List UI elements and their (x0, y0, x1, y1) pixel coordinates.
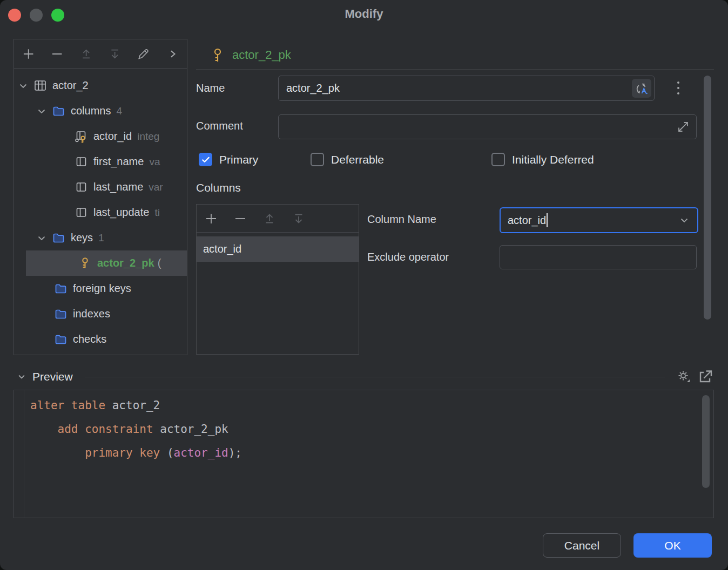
titlebar: Modify (0, 0, 728, 30)
tree-item-count: 4 (116, 105, 122, 117)
sql-line: alter table actor_2 (30, 393, 242, 417)
columns-toolbar (197, 205, 359, 233)
columns-section-label: Columns (196, 181, 241, 194)
checkbox-unchecked-icon (311, 153, 324, 166)
tree-item-label: checks (73, 333, 106, 345)
tree-item-last-name[interactable]: last_name var (14, 174, 187, 200)
tree-item-label: actor_2_pk (97, 257, 154, 269)
key-name-heading: actor_2_pk (232, 48, 291, 62)
window-title: Modify (0, 7, 728, 21)
initially-deferred-checkbox[interactable]: Initially Deferred (491, 153, 594, 166)
more-options-icon[interactable] (672, 79, 685, 97)
column-key-icon (75, 130, 88, 143)
tree-item-label: indexes (73, 308, 110, 320)
tree-item-first-name[interactable]: first_name va (14, 149, 187, 174)
tree-list: actor_2 columns 4 actor_id integ first_n… (14, 69, 187, 352)
column-name-label: Column Name (367, 213, 436, 226)
comment-input[interactable] (278, 114, 697, 139)
column-name-dropdown[interactable]: actor_id (500, 207, 698, 233)
edit-icon[interactable] (137, 47, 150, 61)
column-icon (75, 180, 88, 194)
tree-item-actor-2-pk[interactable]: actor_2_pk ( (14, 250, 187, 276)
tree-item-columns[interactable]: columns 4 (14, 98, 187, 124)
tree-item-type: va (149, 156, 160, 168)
tree-item-type: integ (137, 131, 159, 142)
remove-icon[interactable] (233, 212, 247, 226)
column-list-item-label: actor_id (203, 243, 241, 255)
tree-item-type: var (149, 181, 163, 193)
deferrable-checkbox[interactable]: Deferrable (311, 153, 384, 166)
exclude-operator-input[interactable] (500, 245, 697, 269)
tree-item-actor-2[interactable]: actor_2 (14, 73, 187, 98)
add-icon[interactable] (204, 212, 218, 226)
sql-code: alter table actor_2 add constraint actor… (30, 393, 242, 465)
checkbox-checked-icon (199, 153, 212, 166)
text-cursor (547, 213, 548, 227)
folder-icon (52, 231, 65, 245)
add-icon[interactable] (22, 47, 35, 61)
open-in-editor-icon[interactable] (697, 368, 714, 385)
move-down-icon[interactable] (108, 47, 122, 61)
tree-item-checks[interactable]: checks (14, 327, 187, 352)
tree-toolbar (14, 39, 187, 69)
folder-icon (54, 282, 68, 295)
preview-header: Preview (16, 368, 714, 385)
settings-gear-icon[interactable] (675, 368, 692, 385)
columns-list-panel: actor_id (196, 204, 359, 355)
tree-item-actor-id[interactable]: actor_id integ (14, 124, 187, 149)
expand-icon[interactable] (676, 119, 691, 134)
tree-selection: actor_2_pk ( (26, 250, 187, 276)
tree-item-label: last_name (93, 181, 143, 193)
tree-item-count: 1 (98, 232, 104, 244)
ok-button-label: OK (664, 539, 680, 552)
tree-item-label: actor_2 (52, 79, 89, 92)
chevron-down-icon[interactable] (36, 105, 48, 117)
folder-icon (52, 104, 65, 118)
name-input[interactable]: actor_2_pk (278, 76, 655, 101)
form-scrollbar[interactable] (704, 76, 711, 320)
sql-preview-panel[interactable]: alter table actor_2 add constraint actor… (14, 390, 714, 518)
tree-item-keys[interactable]: keys 1 (14, 225, 187, 250)
tree-item-label: last_update (93, 206, 149, 219)
move-up-icon[interactable] (79, 47, 93, 61)
tree-item-label: first_name (93, 155, 144, 168)
tree-item-foreign-keys[interactable]: foreign keys (14, 276, 187, 301)
cancel-button-label: Cancel (564, 539, 599, 552)
exclude-operator-label: Exclude operator (367, 251, 449, 263)
modify-dialog: Modify actor_2 columns 4 (0, 0, 728, 570)
name-value: actor_2_pk (286, 82, 340, 94)
checkbox-label: Primary (219, 153, 258, 166)
sql-line: add constraint actor_2_pk (30, 417, 242, 441)
tree-item-indexes[interactable]: indexes (14, 301, 187, 327)
chevron-down-icon (678, 214, 690, 226)
key-icon (78, 256, 92, 270)
tree-item-label: keys (71, 232, 93, 244)
tree-item-label: actor_id (93, 130, 132, 142)
chevron-down-icon[interactable] (17, 80, 29, 92)
preview-scrollbar[interactable] (702, 395, 710, 488)
tree-item-type: ti (154, 207, 160, 219)
move-up-icon[interactable] (262, 212, 277, 226)
chevron-down-icon[interactable] (36, 232, 48, 244)
move-down-icon[interactable] (292, 212, 306, 226)
checkbox-label: Deferrable (331, 153, 384, 166)
column-name-value: actor_id (508, 214, 546, 227)
tree-item-label: columns (71, 105, 111, 117)
chevron-down-icon[interactable] (16, 371, 27, 382)
rename-refactor-icon[interactable] (632, 79, 651, 98)
column-icon (75, 206, 88, 219)
sql-line: primary key (actor_id); (30, 441, 242, 465)
checkbox-unchecked-icon (491, 153, 505, 166)
checkbox-label: Initially Deferred (512, 153, 594, 166)
cancel-button[interactable]: Cancel (543, 533, 621, 558)
tree-item-suffix: ( (158, 257, 161, 269)
comment-label: Comment (196, 120, 243, 132)
chevron-right-icon[interactable] (166, 47, 179, 61)
ok-button[interactable]: OK (633, 533, 712, 558)
primary-checkbox[interactable]: Primary (199, 153, 258, 166)
divider (85, 377, 665, 377)
remove-icon[interactable] (50, 47, 64, 61)
object-tree-panel: actor_2 columns 4 actor_id integ first_n… (14, 39, 187, 355)
column-list-item[interactable]: actor_id (197, 236, 359, 262)
tree-item-last-update[interactable]: last_update ti (14, 200, 187, 225)
